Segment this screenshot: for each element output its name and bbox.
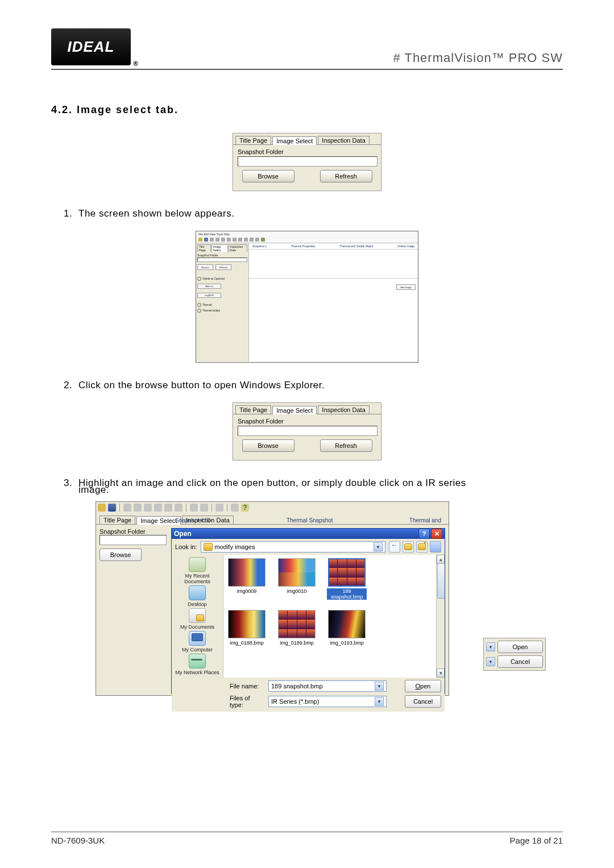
refresh-button[interactable]: Refresh [320,170,372,182]
toolbar-icon[interactable] [255,238,259,242]
file-thumb[interactable]: img_0188.bmp [227,610,267,646]
file-thumb[interactable]: img_0193.bmp [327,610,367,646]
browse-button[interactable]: Browse [242,170,294,182]
browse-button[interactable]: Browse [242,439,294,452]
open-icon[interactable] [98,504,106,512]
footer-doc-id: ND-7609-3UK [51,836,105,845]
place-desktop[interactable]: Desktop [188,585,206,607]
tab-title-page[interactable]: Title Page [235,136,271,144]
filename-field[interactable]: 189 snapshot.bmp ▼ [268,680,387,692]
tab-image-select[interactable]: Image Select [272,406,317,414]
save-icon[interactable] [108,504,116,512]
toolbar-icon[interactable] [250,238,254,242]
scroll-up-icon[interactable]: ▴ [437,555,445,564]
toolbar-icon[interactable] [144,504,152,512]
mini-tab-title[interactable]: Title Page [197,244,211,252]
radio-icon[interactable] [197,303,201,307]
toolbar-icon[interactable] [231,504,239,512]
toolbar-icon[interactable] [244,238,248,242]
chevron-down-icon[interactable]: ▼ [375,697,384,706]
snapshot-folder-input[interactable] [238,156,377,167]
app-menubar[interactable]: File Edit View Tools Help [196,231,418,237]
scroll-thumb[interactable] [437,563,445,599]
tab-inspection-data[interactable]: Inspection Data [318,405,369,414]
wide-snapshot-label: Snapshot Folder [99,528,167,535]
toolbar-icon[interactable] [233,238,237,242]
place-recent[interactable]: My Recent Documents [172,557,223,584]
app-toolbar [196,237,418,243]
mini-dd-addvis[interactable]: Add v/s [197,284,221,289]
close-button[interactable]: ✕ [431,529,442,539]
mini-snapshot-input[interactable] [197,258,247,262]
toolbar-icon[interactable] [200,504,208,512]
chevron-down-icon[interactable]: ▼ [486,642,495,651]
scrollbar[interactable]: ▴ ▾ [436,555,445,678]
toolbar-icon[interactable] [215,238,219,242]
radio-icon[interactable] [197,309,201,313]
view-menu-icon[interactable] [430,541,441,553]
toolbar-icon[interactable] [134,504,142,512]
chevron-down-icon[interactable]: ▼ [486,657,495,666]
scroll-down-icon[interactable]: ▾ [437,668,445,678]
filetype-field[interactable]: IR Series (*.bmp) ▼ [268,696,387,707]
wide-browse-button[interactable]: Browse [99,549,142,561]
snapshot-folder-input[interactable] [238,426,377,436]
toolbar-icon[interactable] [123,504,131,512]
wtab-title-page[interactable]: Title Page [99,516,135,524]
file-name: img_0188.bmp [230,640,264,646]
toolbar-icon[interactable] [227,238,231,242]
step-1-text: The screen shown below appears. [78,208,234,219]
tab-title-page[interactable]: Title Page [235,405,271,414]
toolbar-icon[interactable] [190,504,198,512]
new-folder-icon[interactable] [416,541,428,553]
file-thumb-selected[interactable]: 189 snapshot.bmp [327,558,367,600]
mini-browse-button[interactable]: Browse [197,264,213,270]
tab-image-select[interactable]: Image Select [272,136,317,145]
file-thumb[interactable]: img0009 [227,558,267,600]
place-network[interactable]: My Network Places [175,654,219,675]
radio-icon[interactable] [197,277,201,281]
refresh-button[interactable]: Refresh [320,439,372,452]
toolbar-icon[interactable] [154,504,162,512]
help-button[interactable]: ? [418,529,430,539]
step-2: 2.Click on the browse button to open Win… [64,380,563,391]
open-button[interactable]: Open [405,680,441,692]
bg-col-thermal: Thermal Snapshot [287,517,333,524]
edit-image-button[interactable]: Edit Image [396,284,416,290]
toolbar-icon[interactable] [221,238,225,242]
cancel-button[interactable]: Cancel [405,695,441,708]
toolbar-icon[interactable] [238,238,242,242]
dialog-title: Open [174,530,192,538]
help-icon[interactable]: ? [241,504,249,512]
place-documents[interactable]: My Documents [180,608,214,630]
back-icon[interactable] [389,541,400,553]
separator-icon [211,504,212,512]
toolbar-icon[interactable] [164,504,172,512]
chevron-down-icon[interactable]: ▼ [374,542,383,551]
chevron-down-icon[interactable]: ▼ [375,682,384,691]
help-icon[interactable] [261,238,265,242]
save-icon[interactable] [204,238,208,242]
toolbar-icon[interactable] [215,504,223,512]
tab-inspection-data[interactable]: Inspection Data [318,136,369,144]
mini-tab-inspection[interactable]: Inspection Data [229,244,247,252]
toolbar-icon[interactable] [175,504,182,512]
place-computer-label: My Computer [182,647,213,653]
wide-toolbar: ? [96,502,449,513]
mini-cancel-button[interactable]: Cancel [497,655,543,668]
mini-refresh-button[interactable]: Refresh [215,264,231,270]
toolbar-icon[interactable] [210,238,214,242]
wide-snapshot-input[interactable] [99,535,167,545]
header-title: # ThermalVision™ PRO SW [393,51,563,65]
mini-open-button[interactable]: Open [497,641,543,653]
mini-tab-image[interactable]: Image Select [211,244,228,252]
file-thumb[interactable]: img_0189.bmp [277,610,317,646]
lookin-dropdown[interactable]: modify images ▼ [201,541,385,553]
mini-dd-img[interactable]: img0010 [197,293,221,298]
place-computer[interactable]: My Computer [182,631,213,653]
place-desktop-label: Desktop [188,601,206,607]
file-thumb[interactable]: img0010 [277,558,317,600]
up-one-level-icon[interactable] [403,541,414,553]
file-name: img_0193.bmp [330,640,364,646]
open-icon[interactable] [198,238,202,242]
